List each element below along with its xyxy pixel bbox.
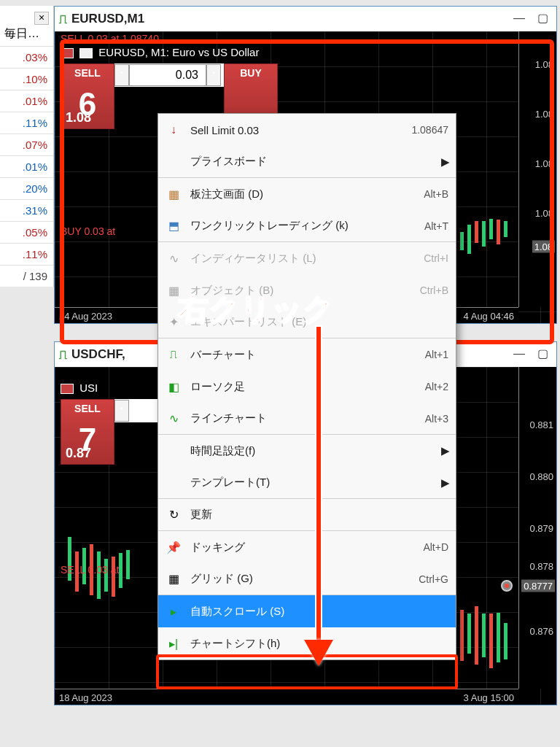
submenu-arrow-icon: ▶ [441,444,448,457]
pct-cell: .05% [0,222,53,244]
y-axis: 0.881 0.880 0.879 0.878 0.8777 0.876 [518,367,556,689]
pct-cell: .11% [0,112,53,134]
pct-cell: .10% [0,69,53,90]
menu-icon [164,152,183,171]
menu-icon: ∿ [164,249,183,268]
menu-label: ドッキング [190,541,423,554]
menu-item: ✦エキスパートリスト (E) [158,306,456,338]
menu-icon: ▦ [164,570,183,589]
menu-item[interactable]: ▸|チャートシフト(h) [158,627,456,659]
menu-shortcut: Alt+T [424,220,448,232]
menu-icon: ⎍ [164,345,183,364]
flag-icon [79,48,93,58]
order-sell-text: SELL 0.03 at [61,564,119,576]
volume-down-button[interactable]: ˅ [114,64,129,86]
menu-label: 自動スクロール (S) [190,605,448,619]
menu-shortcut: Alt+2 [425,381,448,392]
menu-shortcut: Alt+1 [425,349,448,360]
menu-shortcut: Alt+D [423,541,448,553]
menu-icon: ▸ [164,602,183,621]
menu-icon: ↓ [164,120,183,139]
volume-up-button[interactable]: ˄ [206,64,221,86]
menu-label: チャートシフト(h) [190,637,448,651]
menu-item[interactable]: ∿ラインチャートAlt+3 [158,403,456,435]
order-buy-text: BUY 0.03 at [61,225,115,237]
menu-label: バーチャート [190,348,425,362]
menu-label: ローソク足 [190,380,425,394]
pct-cell: .07% [0,134,53,156]
menu-icon: ▸| [164,634,183,653]
pct-cell: .01% [0,90,53,112]
chart-icon: ⎍ [59,12,67,27]
maximize-button[interactable]: ▢ [533,11,552,27]
x-axis: 18 Aug 2023 3 Aug 15:00 [55,689,518,705]
flag-icon [61,48,74,58]
pct-cell: .20% [0,178,53,200]
menu-shortcut: 1.08647 [411,124,448,136]
menu-shortcut: Alt+3 [425,413,448,425]
menu-icon: ↻ [164,506,183,525]
menu-label: 板注文画面 (D) [190,187,424,201]
menu-icon: ▦ [164,185,183,204]
menu-label: ラインチャート [190,411,425,425]
menu-icon: ◧ [164,377,183,396]
sell-button[interactable]: SELL 6 1.08 [61,63,114,129]
volume-input-group: ˅ ˄ [114,63,224,87]
menu-label: グリッド (G) [190,572,419,586]
menu-icon: ▦ [164,281,183,300]
pct-cell: .11% [0,244,53,266]
sidebar-page-count: / 139 [0,266,53,287]
menu-item[interactable]: ◧ローソク足Alt+2 [158,371,456,403]
menu-item[interactable]: ▸自動スクロール (S) [158,595,456,627]
pct-cell: .03% [0,47,53,69]
menu-label: Sell Limit 0.03 [190,124,411,136]
menu-item[interactable]: ▦グリッド (G)Ctrl+G [158,563,456,595]
menu-label: オブジェクト (B) [190,284,420,298]
menu-item[interactable]: ↓Sell Limit 0.031.08647 [158,114,456,146]
sell-button[interactable]: SELL 7 0.87 [61,399,114,465]
submenu-arrow-icon: ▶ [441,476,448,489]
menu-label: 更新 [190,508,448,522]
submenu-arrow-icon: ▶ [441,155,448,169]
order-sell-text: SELL 0.03 at 1.08740 [61,33,159,44]
menu-item[interactable]: ▦板注文画面 (D)Alt+B [158,178,456,210]
pct-cell: .31% [0,200,53,222]
maximize-button[interactable]: ▢ [533,347,552,363]
left-sidebar: × 毎日… .03%.10%.01%.11%.07%.01%.20%.31%.0… [0,6,54,287]
menu-item[interactable]: ⬒ワンクリックトレーディング (k)Alt+T [158,210,456,242]
menu-shortcut: Alt+B [424,188,448,200]
menu-item[interactable]: ↻更新 [158,499,456,531]
menu-label: ワンクリックトレーディング (k) [190,219,424,233]
close-icon[interactable]: × [34,12,49,25]
menu-label: プライスボード [190,155,441,169]
menu-icon: ✦ [164,313,183,332]
menu-label: インディケータリスト (L) [190,252,424,266]
titlebar[interactable]: ⎍ EURUSD,M1 — ▢ [55,7,556,31]
y-axis: 1.08 1.08 1.08 1.08 1.08 [518,31,556,307]
instrument-label: EURUSD, M1: Euro vs US Dollar [61,46,259,58]
menu-item[interactable]: ⎍バーチャートAlt+1 [158,338,456,371]
pct-cell: .01% [0,156,53,178]
menu-label: 時間足設定(f) [190,444,441,458]
menu-item: ∿インディケータリスト (L)Ctrl+I [158,242,456,274]
menu-item[interactable]: 📌ドッキングAlt+D [158,531,456,563]
menu-item[interactable]: プライスボード▶ [158,146,456,178]
volume-down-button[interactable]: ˅ [114,400,129,422]
menu-label: エキスパートリスト (E) [190,315,448,329]
menu-shortcut: Ctrl+I [424,252,448,264]
menu-shortcut: Ctrl+G [419,573,448,585]
menu-shortcut: Ctrl+B [420,285,448,296]
instrument-label: USI [61,382,98,394]
chart-title: EURUSD,M1 [71,12,505,26]
context-menu: ↓Sell Limit 0.031.08647プライスボード▶▦板注文画面 (D… [158,113,456,660]
volume-input[interactable] [129,64,206,86]
menu-icon: ⬒ [164,217,183,236]
menu-item[interactable]: テンプレート(T)▶ [158,467,456,499]
chart-icon: ⎍ [59,347,67,363]
flag-icon [61,384,74,394]
minimize-button[interactable]: — [510,347,529,363]
minimize-button[interactable]: — [510,11,529,27]
menu-icon [164,441,183,460]
price-indicator-dot [501,580,513,592]
menu-item[interactable]: 時間足設定(f)▶ [158,435,456,467]
